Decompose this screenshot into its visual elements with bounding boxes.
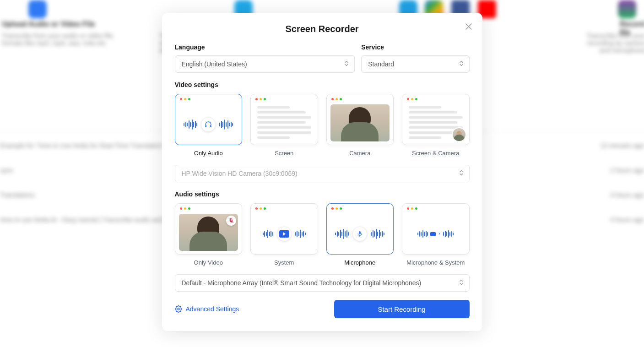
microphone-device-select[interactable]: Default - Microphone Array (Intel® Smart…: [175, 274, 470, 292]
video-preview-image: [179, 214, 238, 251]
video-option-screen[interactable]: Screen: [250, 94, 318, 157]
video-options: Only Audio Screen: [175, 94, 470, 157]
window-dots-icon: [180, 207, 238, 210]
svg-rect-0: [206, 125, 207, 128]
waveform-icon: [295, 230, 306, 238]
waveform-icon: [443, 230, 454, 238]
microphone-icon: [352, 227, 367, 241]
chevron-updown-icon: [459, 279, 464, 287]
window-dots-icon: [331, 207, 389, 210]
screen-recorder-modal: Screen Recorder Language English (United…: [162, 13, 482, 331]
option-label: Microphone & System: [402, 259, 470, 266]
language-value: English (United States): [182, 60, 247, 68]
mic-muted-icon: [226, 216, 236, 226]
service-select[interactable]: Standard: [361, 55, 469, 73]
window-dots-icon: [407, 207, 465, 210]
audio-option-microphone[interactable]: Microphone: [326, 203, 394, 266]
video-play-icon: [277, 227, 292, 241]
option-label: Microphone: [326, 259, 394, 266]
video-small-icon: [430, 232, 436, 236]
option-label: Only Audio: [175, 150, 243, 157]
camera-preview-image: [330, 104, 390, 141]
close-button[interactable]: [463, 21, 474, 32]
window-dots-icon: [255, 207, 313, 210]
close-icon: [465, 23, 472, 30]
chevron-updown-icon: [459, 60, 464, 68]
audio-option-system[interactable]: System: [250, 203, 318, 266]
video-settings-label: Video settings: [175, 81, 470, 88]
language-label: Language: [175, 43, 355, 51]
video-option-screen-camera[interactable]: Screen & Camera: [402, 94, 470, 157]
svg-rect-2: [359, 231, 361, 234]
option-label: Screen & Camera: [402, 150, 470, 157]
audio-options: Only Video: [175, 203, 470, 266]
audio-settings-label: Audio settings: [175, 190, 470, 198]
waveform-icon: [184, 119, 197, 130]
window-dots-icon: [331, 98, 389, 100]
audio-option-microphone-system[interactable]: Microphone & System: [402, 203, 470, 266]
pip-avatar-icon: [452, 127, 466, 142]
headphones-icon: [201, 117, 216, 132]
advanced-settings-link[interactable]: Advanced Settings: [175, 305, 239, 313]
option-label: Only Video: [175, 259, 243, 266]
microphone-device-value: Default - Microphone Array (Intel® Smart…: [182, 279, 422, 287]
waveform-icon: [335, 229, 349, 239]
chevron-updown-icon: [344, 60, 349, 68]
modal-title: Screen Recorder: [175, 24, 470, 34]
service-value: Standard: [368, 60, 394, 68]
service-label: Service: [361, 43, 469, 51]
camera-device-select[interactable]: HP Wide Vision HD Camera (30c9:0069): [175, 165, 470, 182]
advanced-settings-label: Advanced Settings: [186, 305, 239, 313]
svg-point-4: [178, 308, 179, 310]
option-label: System: [250, 259, 318, 266]
waveform-icon: [371, 229, 384, 239]
svg-rect-1: [210, 125, 211, 128]
chevron-updown-icon: [459, 170, 464, 178]
window-dots-icon: [255, 98, 313, 100]
option-label: Camera: [326, 150, 394, 157]
start-recording-button[interactable]: Start Recording: [334, 300, 470, 318]
window-dots-icon: [180, 98, 238, 100]
video-option-only-audio[interactable]: Only Audio: [175, 94, 243, 157]
modal-overlay: Screen Recorder Language English (United…: [0, 0, 644, 347]
svg-rect-3: [439, 233, 440, 234]
gear-icon: [175, 305, 182, 313]
waveform-icon: [219, 119, 233, 130]
camera-device-value: HP Wide Vision HD Camera (30c9:0069): [182, 170, 298, 177]
window-dots-icon: [407, 98, 465, 100]
waveform-icon: [263, 230, 273, 238]
waveform-icon: [417, 230, 428, 238]
option-label: Screen: [250, 150, 318, 157]
video-option-camera[interactable]: Camera: [326, 94, 394, 157]
language-select[interactable]: English (United States): [175, 55, 355, 73]
audio-option-only-video[interactable]: Only Video: [175, 203, 243, 266]
document-skeleton-icon: [251, 104, 318, 143]
mic-small-icon: [438, 232, 441, 236]
